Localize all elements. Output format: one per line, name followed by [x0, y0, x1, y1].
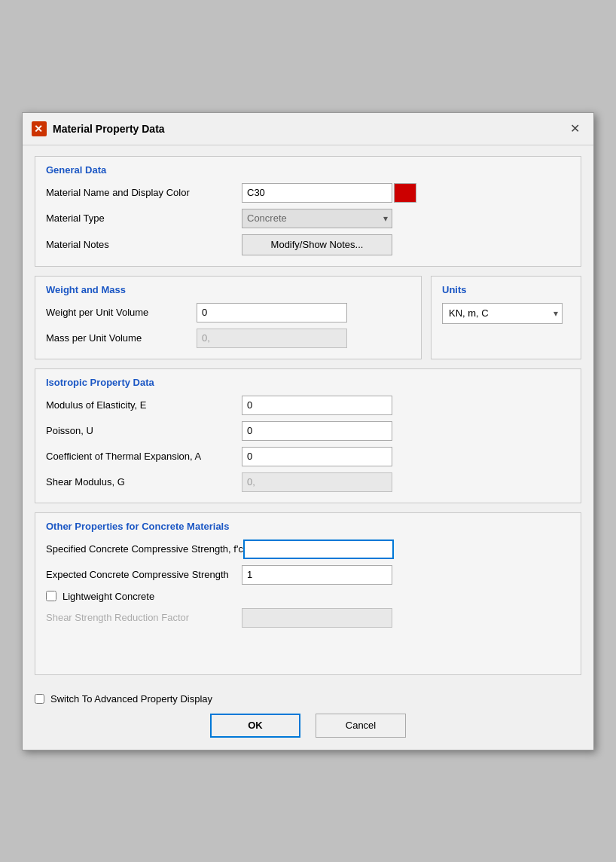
shear-label: Shear Modulus, G [46, 476, 242, 488]
color-swatch[interactable] [394, 183, 416, 203]
isotropic-section: Isotropic Property Data Modulus of Elast… [35, 368, 581, 503]
advanced-display-label[interactable]: Switch To Advanced Property Display [50, 693, 212, 705]
general-data-title: General Data [46, 164, 570, 176]
mass-input[interactable] [197, 329, 347, 348]
compressive-input[interactable] [243, 540, 394, 559]
lightweight-row: Lightweight Concrete [46, 591, 570, 602]
elasticity-label: Modulus of Elasticity, E [46, 399, 242, 411]
weight-mass-title: Weight and Mass [46, 284, 410, 295]
material-name-row: Material Name and Display Color [46, 183, 570, 203]
material-name-input[interactable] [242, 183, 392, 203]
mass-per-unit-row: Mass per Unit Volume [46, 329, 410, 348]
material-name-input-group [242, 183, 416, 203]
shear-reduction-row: Shear Strength Reduction Factor [46, 608, 570, 628]
expected-row: Expected Concrete Compressive Strength [46, 565, 570, 585]
general-data-section: General Data Material Name and Display C… [35, 156, 581, 267]
poisson-input[interactable] [242, 421, 392, 441]
shear-reduction-input[interactable] [242, 608, 392, 628]
footer-buttons: OK Cancel [35, 714, 581, 738]
shear-row: Shear Modulus, G [46, 472, 570, 492]
app-icon: ✕ [32, 121, 47, 136]
material-type-row: Material Type Concrete Steel Aluminum Ot… [46, 209, 570, 228]
mass-label: Mass per Unit Volume [46, 332, 197, 344]
close-button[interactable]: ✕ [565, 119, 584, 139]
units-title: Units [442, 284, 570, 295]
compressive-row: Specified Concrete Compressive Strength,… [46, 540, 570, 559]
expected-input[interactable] [242, 565, 392, 585]
weight-mass-section: Weight and Mass Weight per Unit Volume M… [35, 276, 422, 359]
weight-per-unit-row: Weight per Unit Volume [46, 303, 410, 322]
units-dropdown-wrapper: KN, m, C KN, cm, C N, mm, C kip, in, F k… [442, 303, 563, 324]
material-notes-label: Material Notes [46, 239, 242, 250]
isotropic-title: Isotropic Property Data [46, 377, 570, 388]
poisson-label: Poisson, U [46, 425, 242, 436]
material-name-label: Material Name and Display Color [46, 187, 242, 198]
concrete-section: Other Properties for Concrete Materials … [35, 512, 581, 675]
material-type-label: Material Type [46, 212, 242, 224]
thermal-input[interactable] [242, 447, 392, 466]
elasticity-input[interactable] [242, 396, 392, 415]
advanced-display-checkbox[interactable] [35, 694, 44, 704]
thermal-label: Coefficient of Thermal Expansion, A [46, 451, 242, 462]
weight-units-row: Weight and Mass Weight per Unit Volume M… [35, 276, 581, 359]
shear-input[interactable] [242, 472, 392, 492]
material-type-select[interactable]: Concrete Steel Aluminum Other [242, 209, 392, 228]
weight-label: Weight per Unit Volume [46, 307, 197, 318]
lightweight-label[interactable]: Lightweight Concrete [63, 591, 154, 602]
compressive-label: Specified Concrete Compressive Strength,… [46, 543, 243, 555]
material-property-dialog: ✕ Material Property Data ✕ General Data … [22, 112, 594, 750]
ok-button[interactable]: OK [210, 714, 300, 738]
lightweight-checkbox[interactable] [46, 591, 56, 601]
spacer [46, 634, 570, 664]
concrete-title: Other Properties for Concrete Materials [46, 521, 570, 532]
material-notes-row: Material Notes Modify/Show Notes... [46, 234, 570, 255]
dialog-body: General Data Material Name and Display C… [23, 145, 593, 686]
advanced-display-row: Switch To Advanced Property Display [35, 693, 581, 705]
title-bar-left: ✕ Material Property Data [32, 121, 165, 136]
units-section: Units KN, m, C KN, cm, C N, mm, C kip, i… [431, 276, 581, 359]
elasticity-row: Modulus of Elasticity, E [46, 396, 570, 415]
shear-reduction-label: Shear Strength Reduction Factor [46, 612, 242, 623]
weight-input[interactable] [197, 303, 347, 322]
thermal-row: Coefficient of Thermal Expansion, A [46, 447, 570, 466]
cancel-button[interactable]: Cancel [316, 714, 406, 738]
poisson-row: Poisson, U [46, 421, 570, 441]
title-bar: ✕ Material Property Data ✕ [23, 113, 593, 145]
dialog-title: Material Property Data [53, 123, 165, 135]
dialog-footer: Switch To Advanced Property Display OK C… [23, 686, 593, 750]
svg-text:✕: ✕ [34, 123, 43, 135]
material-type-dropdown-wrapper: Concrete Steel Aluminum Other ▾ [242, 209, 392, 228]
modify-show-notes-button[interactable]: Modify/Show Notes... [242, 234, 392, 255]
units-select[interactable]: KN, m, C KN, cm, C N, mm, C kip, in, F k… [442, 303, 563, 324]
expected-label: Expected Concrete Compressive Strength [46, 569, 242, 580]
